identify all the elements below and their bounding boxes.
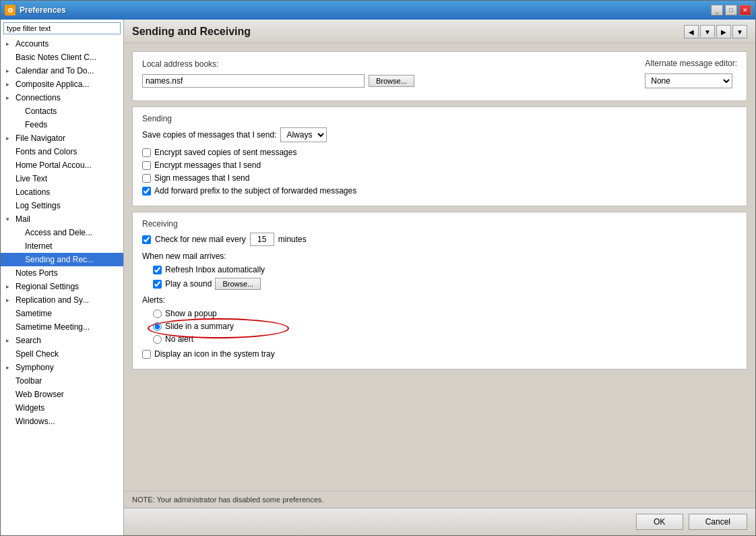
sidebar-item-internet[interactable]: Internet (1, 239, 123, 253)
sidebar-label-widgets: Widgets (15, 403, 44, 413)
minutes-label: minutes (278, 235, 307, 244)
sidebar-item-log-settings[interactable]: Log Settings (1, 199, 123, 212)
expand-arrow-accounts: ▸ (6, 40, 14, 47)
sidebar-item-fonts-colors[interactable]: Fonts and Colors (1, 145, 123, 158)
minimize-button[interactable]: _ (711, 5, 723, 16)
encrypt-messages-checkbox[interactable] (142, 161, 151, 170)
sidebar: ▸AccountsBasic Notes Client C...▸Calenda… (1, 20, 124, 535)
close-button[interactable]: ✕ (739, 5, 751, 16)
sidebar-item-windows[interactable]: Windows... (1, 415, 123, 428)
display-icon-checkbox[interactable] (142, 350, 151, 359)
refresh-inbox-checkbox[interactable] (153, 266, 162, 274)
ok-button[interactable]: OK (636, 514, 683, 530)
receiving-section: Receiving Check for new mail every minut… (132, 212, 747, 369)
sidebar-label-spell-check: Spell Check (15, 349, 59, 359)
note-bar: NOTE: Your administrator has disabled so… (124, 491, 755, 508)
check-mail-checkbox[interactable] (142, 235, 151, 244)
title-bar: ⚙ Preferences _ □ ✕ (1, 1, 755, 20)
slide-summary-radio[interactable] (153, 322, 162, 331)
back-dropdown-button[interactable]: ▼ (700, 25, 715, 38)
sidebar-item-contacts[interactable]: Contacts (1, 105, 123, 118)
sidebar-item-web-browser[interactable]: Web Browser (1, 388, 123, 401)
sidebar-label-notes-ports: Notes Ports (15, 268, 58, 278)
forward-button[interactable]: ▶ (716, 25, 731, 38)
sidebar-label-live-text: Live Text (15, 174, 47, 183)
sidebar-item-notes-ports[interactable]: Notes Ports (1, 266, 123, 280)
sidebar-item-spell-check[interactable]: Spell Check (1, 347, 123, 361)
sidebar-item-sametime-meeting[interactable]: Sametime Meeting... (1, 320, 123, 334)
alternate-editor-dropdown[interactable]: None (645, 73, 732, 88)
no-alert-row: No alert (153, 334, 737, 344)
cancel-button[interactable]: Cancel (689, 514, 747, 530)
sidebar-item-calendar[interactable]: ▸Calendar and To Do... (1, 64, 123, 78)
display-icon-label: Display an icon in the system tray (154, 349, 275, 359)
browse-address-button[interactable]: Browse... (369, 75, 414, 87)
show-popup-radio[interactable] (153, 309, 162, 318)
encrypt-messages-label: Encrypt messages that I send (154, 160, 261, 170)
sidebar-item-basic-notes[interactable]: Basic Notes Client C... (1, 51, 123, 64)
sidebar-item-feeds[interactable]: Feeds (1, 118, 123, 131)
sidebar-label-basic-notes: Basic Notes Client C... (15, 53, 96, 62)
expand-arrow-replication: ▸ (6, 297, 14, 303)
sidebar-label-sametime-meeting: Sametime Meeting... (15, 322, 90, 332)
sidebar-label-calendar: Calendar and To Do... (15, 66, 94, 76)
sidebar-scroll: ▸AccountsBasic Notes Client C...▸Calenda… (1, 37, 123, 535)
address-books-input[interactable] (142, 74, 365, 88)
sidebar-label-replication: Replication and Sy... (15, 295, 89, 305)
show-popup-row: Show a popup (153, 309, 737, 318)
encrypt-saved-checkbox[interactable] (142, 148, 151, 157)
sidebar-item-sametime[interactable]: Sametime (1, 307, 123, 320)
play-sound-checkbox[interactable] (153, 280, 162, 289)
bottom-bar: OK Cancel (124, 508, 755, 535)
sidebar-item-composite[interactable]: ▸Composite Applica... (1, 78, 123, 91)
sidebar-item-search[interactable]: ▸Search (1, 334, 123, 347)
back-button[interactable]: ◀ (684, 25, 699, 38)
sidebar-item-symphony[interactable]: ▸Symphony (1, 361, 123, 374)
forward-dropdown-button[interactable]: ▼ (732, 25, 747, 38)
browse-sound-button[interactable]: Browse... (215, 278, 261, 290)
play-sound-label: Play a sound (165, 279, 212, 289)
add-forward-checkbox[interactable] (142, 187, 151, 196)
sidebar-label-home-portal: Home Portal Accou... (15, 160, 92, 170)
local-address-books-label: Local address books: (142, 59, 619, 69)
main-content: ▸AccountsBasic Notes Client C...▸Calenda… (1, 20, 755, 535)
sidebar-item-live-text[interactable]: Live Text (1, 172, 123, 185)
sidebar-item-accounts[interactable]: ▸Accounts (1, 37, 123, 51)
expand-arrow-calendar: ▸ (6, 67, 14, 74)
panel-title: Sending and Receiving (132, 26, 251, 38)
window-controls: _ □ ✕ (711, 5, 751, 16)
no-alert-radio[interactable] (153, 335, 162, 344)
save-copies-dropdown[interactable]: Always Never Ask (280, 127, 327, 142)
add-forward-label: Add forward prefix to the subject of for… (154, 186, 356, 196)
sidebar-item-widgets[interactable]: Widgets (1, 401, 123, 415)
sidebar-label-sending-receiving: Sending and Rec... (25, 255, 94, 264)
sidebar-item-locations[interactable]: Locations (1, 185, 123, 199)
right-panel: Sending and Receiving ◀ ▼ ▶ ▼ Local addr… (124, 20, 755, 535)
sign-messages-checkbox[interactable] (142, 174, 151, 183)
sidebar-item-replication[interactable]: ▸Replication and Sy... (1, 293, 123, 307)
encrypt-messages-row: Encrypt messages that I send (142, 160, 737, 170)
sidebar-item-mail[interactable]: ▾Mail (1, 212, 123, 226)
sign-messages-row: Sign messages that I send (142, 173, 737, 183)
sidebar-item-connections[interactable]: ▸Connections (1, 91, 123, 105)
save-copies-row: Save copies of messages that I send: Alw… (142, 127, 737, 142)
expand-arrow-composite: ▸ (6, 81, 14, 88)
maximize-button[interactable]: □ (725, 5, 737, 16)
sidebar-item-home-portal[interactable]: Home Portal Accou... (1, 158, 123, 172)
sending-label: Sending (142, 114, 737, 123)
check-mail-minutes-input[interactable] (250, 233, 274, 246)
filter-input[interactable] (3, 22, 121, 34)
sidebar-item-sending-receiving[interactable]: Sending and Rec... (1, 253, 123, 266)
play-sound-row: Play a sound Browse... (153, 278, 737, 290)
show-popup-label: Show a popup (165, 309, 217, 318)
sidebar-label-mail: Mail (15, 214, 30, 224)
refresh-inbox-row: Refresh Inbox automatically (153, 265, 737, 274)
sidebar-item-regional-settings[interactable]: ▸Regional Settings (1, 280, 123, 293)
sidebar-label-search: Search (15, 336, 41, 345)
sidebar-item-toolbar[interactable]: Toolbar (1, 374, 123, 388)
expand-arrow-file-navigator: ▸ (6, 135, 14, 142)
check-mail-label: Check for new mail every (155, 235, 246, 244)
expand-arrow-regional-settings: ▸ (6, 283, 14, 290)
sidebar-item-access-delete[interactable]: Access and Dele... (1, 226, 123, 239)
sidebar-item-file-navigator[interactable]: ▸File Navigator (1, 131, 123, 145)
